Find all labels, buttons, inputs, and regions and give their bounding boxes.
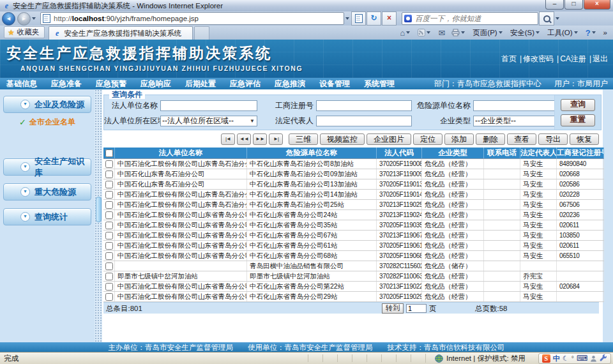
toolbar-button[interactable]: 导出 xyxy=(538,133,568,145)
nav-item[interactable]: 后期处置 xyxy=(185,79,216,89)
pager-button[interactable]: ►► xyxy=(253,133,267,145)
toolbar-button[interactable]: 删除 xyxy=(476,133,505,145)
keyboard-icon[interactable]: ⌨ xyxy=(577,354,587,363)
help-menu[interactable]: ? xyxy=(582,27,600,38)
stop-button[interactable]: × xyxy=(382,11,397,26)
tools-menu[interactable]: 工具(O) xyxy=(544,27,582,38)
url-field[interactable]: http://localhost:90/yjzh/frame/homepage.… xyxy=(40,12,344,25)
goto-button[interactable]: 转到 xyxy=(382,303,404,314)
nav-item[interactable]: 系统管理 xyxy=(364,79,395,89)
feeds-button[interactable] xyxy=(414,27,435,38)
table-row[interactable]: 青岛田横中油油品销售有限公司370282C115602危化品（储存） xyxy=(103,261,604,271)
nav-item[interactable]: 应急响应 xyxy=(140,79,171,89)
row-checkbox[interactable] xyxy=(105,191,113,199)
nav-item[interactable]: 应急准备 xyxy=(51,79,82,89)
row-checkbox[interactable] xyxy=(105,283,113,291)
sogou-icon[interactable]: S xyxy=(542,354,550,363)
row-checkbox[interactable] xyxy=(105,273,113,280)
search-box[interactable]: 百度一下，你就知道 xyxy=(402,12,538,25)
active-tab[interactable]: e 安全生产应急救援指挥辅助决策系统 xyxy=(49,26,193,40)
sidebar-group-button[interactable]: ▼查询统计 xyxy=(3,208,91,225)
pager-button[interactable]: ►| xyxy=(269,133,283,145)
field-input[interactable] xyxy=(316,116,412,126)
refresh-button[interactable]: ↻ xyxy=(367,11,381,26)
table-row[interactable]: 中国石油化工股份有限公司山东省青岛分公司中石化山东省青岛分公司24站370213… xyxy=(103,210,604,220)
history-dropdown-icon[interactable] xyxy=(32,17,36,20)
sidebar-group-button[interactable]: ▼安全生产知识库 xyxy=(3,158,91,176)
page-menu[interactable]: 页面(P) xyxy=(469,27,506,38)
table-row[interactable]: 中国石化山东青岛石油分公司中石化山东青岛石油分公司13加油站370205F119… xyxy=(103,179,604,190)
row-checkbox[interactable] xyxy=(105,181,113,188)
punctuation-icon[interactable]: ° xyxy=(571,355,574,362)
favorites-button[interactable]: ★ 收藏夹 xyxy=(4,26,45,38)
sidebar-group-button[interactable]: ▼企业及危险源 xyxy=(3,96,91,113)
nav-item[interactable]: 应急预警 xyxy=(96,79,126,89)
table-row[interactable]: 中国石油化工股份有限公司山东青岛石油分公司中石化山东青岛石油分公司25站3702… xyxy=(103,200,604,210)
field-input[interactable] xyxy=(316,100,412,111)
toolbar-button[interactable]: 查看 xyxy=(507,133,536,145)
close-button[interactable]: × xyxy=(584,0,610,10)
toolbar-button[interactable]: 定位 xyxy=(413,133,443,145)
toolbar-overflow[interactable]: » xyxy=(600,27,610,38)
mail-button[interactable]: ✉ xyxy=(435,27,448,38)
table-row[interactable]: 中国石油化工股份有限公司山东省青岛分公司中石化山东省青岛分公司第22站37021… xyxy=(103,282,604,292)
wrench-icon[interactable] xyxy=(600,354,607,362)
minimize-button[interactable]: – xyxy=(545,0,564,10)
sidebar-group-button[interactable]: ▼重大危险源 xyxy=(3,183,91,201)
table-row[interactable]: 中国石油化工股份有限公司山东省青岛分公司中石化山东省青岛分公司29站370205… xyxy=(103,292,604,302)
compatibility-button[interactable] xyxy=(351,11,366,26)
row-checkbox[interactable] xyxy=(105,242,113,250)
toolbar-button[interactable]: 企业图片 xyxy=(367,133,411,145)
pager-button[interactable]: ◄◄ xyxy=(237,133,251,145)
nav-item[interactable]: 基础信息 xyxy=(6,79,37,89)
row-checkbox[interactable] xyxy=(105,232,113,239)
query-button[interactable]: 查询 xyxy=(561,99,595,111)
sidebar-item-active[interactable]: ✓全市企业名单 xyxy=(19,117,95,128)
search-button[interactable] xyxy=(539,11,554,26)
splitter-handle[interactable] xyxy=(96,197,102,222)
search-dropdown-icon[interactable] xyxy=(556,17,559,20)
maximize-button[interactable]: □ xyxy=(564,0,583,10)
table-row[interactable]: 中国石油化工股份有限公司山东青岛石油分公司中石化山东青岛石油分公司14加油站37… xyxy=(103,190,604,200)
field-input[interactable] xyxy=(160,100,257,111)
table-row[interactable]: 中国石化山东青岛石油分公司中石化山东青岛石油分公司09加油站370213F119… xyxy=(103,169,604,179)
toolbar-button[interactable]: 三维 xyxy=(289,133,318,145)
row-checkbox[interactable] xyxy=(105,211,113,219)
table-row[interactable]: 即墨市七级镇中岔河加油站即墨市七级镇中岔河加油站370282F110063危化品… xyxy=(103,271,604,282)
table-row[interactable]: 中国石油化工股份有限公司山东省青岛分公司中石化山东省青岛分公司68站370205… xyxy=(103,251,604,261)
row-checkbox[interactable] xyxy=(105,252,113,260)
reset-button[interactable]: 重置 xyxy=(561,114,595,126)
row-checkbox[interactable] xyxy=(105,171,113,178)
new-tab-button[interactable] xyxy=(194,26,209,40)
back-button[interactable]: ◄ xyxy=(2,12,15,26)
field-select[interactable]: --法人单位所在区域--▼ xyxy=(160,116,257,126)
toolbar-button[interactable]: 恢复 xyxy=(570,133,599,145)
table-row[interactable]: 中国石油化工股份有限公司山东省青岛分公司中石化山东省青岛分公司35站370205… xyxy=(103,220,604,231)
nav-item[interactable]: 应急评估 xyxy=(230,79,261,89)
chinese-input-icon[interactable]: 中 xyxy=(553,354,560,363)
header-link[interactable]: 修改密码 xyxy=(523,54,554,63)
header-link[interactable]: 退出 xyxy=(593,54,608,63)
print-button[interactable] xyxy=(448,27,469,38)
row-checkbox[interactable] xyxy=(105,262,113,270)
table-row[interactable]: 中国石油化工股份有限公司山东省青岛分公司中石化山东省青岛分公司67站370213… xyxy=(103,231,604,241)
nav-item[interactable]: 应急推演 xyxy=(275,79,305,89)
forward-button[interactable]: ► xyxy=(17,12,31,26)
toolbar-button[interactable]: 添加 xyxy=(444,133,474,145)
toolbar-button[interactable]: 视频监控 xyxy=(320,133,365,145)
page-number-input[interactable] xyxy=(406,304,427,313)
select-all-checkbox[interactable] xyxy=(105,149,113,157)
url-dropdown-icon[interactable] xyxy=(345,17,349,20)
table-row[interactable]: 中国石油化工股份有限公司山东省青岛分公司中石化山东省青岛分公司61站370205… xyxy=(103,241,604,251)
moon-icon[interactable]: ☾ xyxy=(563,354,569,363)
header-link[interactable]: CA注册 xyxy=(560,54,586,63)
sidebar-splitter[interactable] xyxy=(95,89,102,342)
safety-menu[interactable]: 安全(S) xyxy=(507,27,544,38)
pager-button[interactable]: |◄ xyxy=(221,133,235,145)
home-button[interactable]: ⌂ xyxy=(397,27,415,38)
nav-item[interactable]: 设备管理 xyxy=(319,79,350,89)
table-row[interactable]: 中国石油化工股份有限公司山东青岛石油分公司中石化山东青岛石油分公司8加油站370… xyxy=(103,159,604,169)
user-icon[interactable] xyxy=(590,355,597,362)
row-checkbox[interactable] xyxy=(105,222,113,229)
header-link[interactable]: 首页 xyxy=(501,54,517,63)
